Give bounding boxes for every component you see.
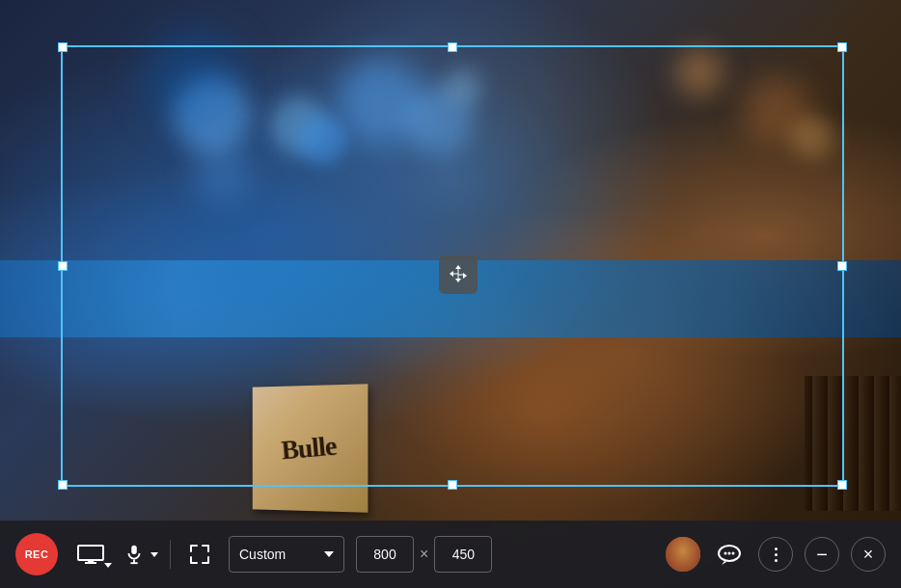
svg-rect-3	[131, 546, 137, 554]
move-cursor-icon	[439, 255, 478, 294]
comment-icon	[717, 543, 742, 566]
mic-dropdown-arrow	[150, 552, 158, 557]
dot-1	[775, 548, 778, 550]
mic-icon	[123, 544, 145, 565]
dimension-separator: ×	[420, 546, 428, 563]
resize-handle-top-middle[interactable]	[448, 42, 457, 52]
more-options-button[interactable]	[758, 537, 793, 572]
svg-rect-2	[85, 562, 96, 564]
dot-2	[775, 553, 778, 556]
chevron-down-icon	[324, 551, 334, 557]
svg-rect-0	[78, 546, 103, 560]
toolbar: REC Custom	[0, 521, 901, 588]
svg-point-7	[724, 552, 727, 555]
screen-icon	[77, 545, 104, 564]
svg-point-8	[728, 552, 731, 555]
resize-handle-bottom-left[interactable]	[58, 480, 68, 490]
resize-handle-bottom-right[interactable]	[837, 480, 847, 490]
rec-label: REC	[25, 548, 49, 560]
minimize-button[interactable]: −	[805, 537, 839, 572]
resize-handle-middle-right[interactable]	[837, 261, 847, 271]
dimension-inputs: ×	[356, 536, 492, 573]
close-icon: ×	[863, 545, 874, 565]
expand-button[interactable]	[182, 537, 217, 572]
resolution-dropdown-label: Custom	[239, 547, 316, 562]
minus-icon: −	[816, 545, 828, 564]
mic-button[interactable]	[123, 544, 158, 565]
resize-handle-top-left[interactable]	[58, 42, 68, 52]
expand-icon	[189, 544, 210, 565]
comment-button[interactable]	[712, 537, 747, 572]
width-input[interactable]	[356, 536, 414, 573]
svg-point-9	[732, 552, 735, 555]
resolution-dropdown[interactable]: Custom	[229, 536, 344, 573]
resize-handle-top-right[interactable]	[837, 42, 847, 52]
resize-handle-middle-left[interactable]	[58, 261, 68, 271]
dot-3	[775, 559, 778, 562]
screen-dropdown-arrow	[104, 563, 112, 568]
rec-button[interactable]: REC	[15, 533, 58, 575]
resize-handle-bottom-middle[interactable]	[448, 480, 457, 490]
avatar-face	[666, 537, 700, 572]
user-avatar[interactable]	[666, 537, 700, 572]
height-input[interactable]	[434, 536, 492, 573]
toolbar-divider-1	[170, 540, 171, 569]
close-button[interactable]: ×	[851, 537, 886, 572]
screen-selector-button[interactable]	[69, 537, 112, 572]
